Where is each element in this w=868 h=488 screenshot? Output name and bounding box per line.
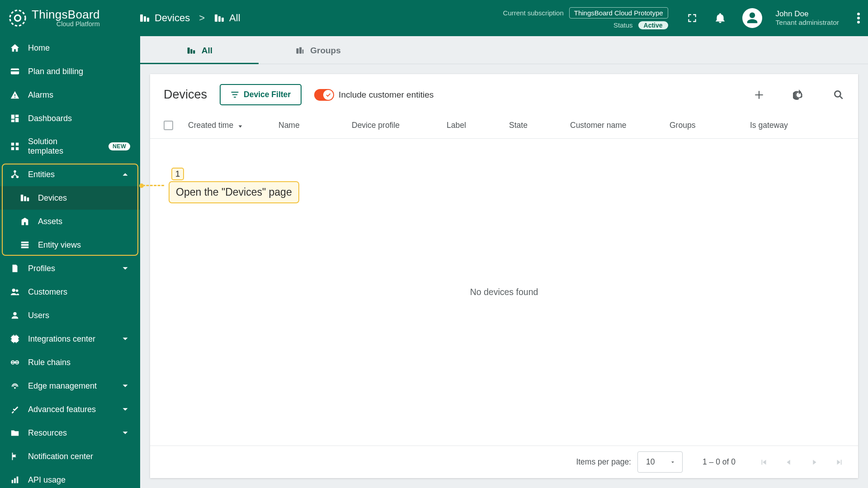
col-gateway[interactable]: Is gateway	[750, 121, 809, 130]
svg-rect-7	[222, 18, 224, 22]
col-groups[interactable]: Groups	[670, 121, 750, 130]
svg-rect-40	[297, 48, 299, 54]
tab-groups[interactable]: Groups	[259, 38, 377, 64]
sidebar-item-edge[interactable]: Edge management	[0, 374, 140, 398]
col-label[interactable]: Label	[447, 121, 509, 130]
sidebar-item-assets[interactable]: Assets	[0, 210, 140, 233]
devices-icon	[186, 46, 196, 55]
logo-block[interactable]: ThingsBoard Cloud Platform	[8, 9, 139, 28]
sidebar-item-customers[interactable]: Customers	[0, 280, 140, 304]
tab-groups-label: Groups	[310, 46, 341, 56]
sidebar-item-api-usage[interactable]: API usage	[0, 468, 140, 488]
sidebar-label: Devices	[38, 193, 67, 203]
svg-point-43	[835, 91, 840, 97]
sidebar-label: Customers	[28, 287, 67, 297]
sidebar-label: Rule chains	[28, 358, 71, 367]
user-name: John Doe	[776, 9, 839, 19]
sidebar-item-integrations[interactable]: Integrations center	[0, 327, 140, 351]
first-page-icon[interactable]	[759, 457, 769, 467]
svg-rect-24	[21, 242, 29, 244]
include-customer-toggle[interactable]	[314, 89, 334, 101]
card-title: Devices	[164, 88, 207, 102]
sidebar-label: Entity views	[38, 240, 81, 250]
sidebar-item-billing[interactable]: Plan and billing	[0, 60, 140, 83]
device-filter-button[interactable]: Device Filter	[220, 84, 302, 105]
svg-rect-11	[15, 115, 19, 117]
sidebar-item-entities[interactable]: Entities	[0, 163, 140, 186]
svg-point-0	[10, 10, 25, 26]
search-icon[interactable]	[833, 89, 844, 101]
sidebar-item-alarms[interactable]: Alarms	[0, 83, 140, 107]
sidebar-item-notifications[interactable]: Notification center	[0, 445, 140, 468]
tree-icon	[10, 169, 20, 179]
sidebar-label: Resources	[28, 428, 67, 438]
col-created-time[interactable]: Created time	[188, 121, 278, 130]
sidebar-item-profiles[interactable]: Profiles	[0, 257, 140, 280]
content-area: All Groups Devices Device Filter Include…	[140, 36, 868, 488]
breadcrumb-all[interactable]: All	[214, 12, 240, 24]
svg-point-27	[12, 289, 15, 292]
customers-icon	[10, 287, 20, 297]
subscription-value[interactable]: ThingsBoard Cloud Prototype	[569, 7, 668, 19]
folder-icon	[10, 428, 20, 438]
refresh-icon[interactable]	[793, 89, 805, 101]
edge-icon	[10, 381, 20, 391]
last-page-icon[interactable]	[835, 457, 844, 467]
sidebar-item-dashboards[interactable]: Dashboards	[0, 107, 140, 130]
next-page-icon[interactable]	[809, 457, 819, 467]
check-icon	[325, 92, 331, 98]
bell-icon[interactable]	[714, 12, 726, 24]
svg-rect-15	[16, 143, 19, 145]
user-role: Tenant administrator	[776, 19, 839, 27]
col-profile[interactable]: Device profile	[352, 121, 447, 130]
table-header: Created time Name Device profile Label S…	[150, 113, 858, 139]
home-icon	[10, 43, 20, 53]
col-name[interactable]: Name	[278, 121, 352, 130]
sidebar-item-solutions[interactable]: Solution templatesNEW	[0, 130, 140, 163]
sidebar-item-devices[interactable]: Devices	[0, 186, 140, 210]
avatar[interactable]	[742, 8, 762, 28]
user-icon	[10, 310, 20, 320]
sidebar-label: Home	[28, 43, 50, 53]
add-icon[interactable]	[753, 89, 765, 101]
svg-rect-39	[193, 50, 195, 54]
breadcrumb-devices[interactable]: Devices	[139, 12, 190, 24]
col-state[interactable]: State	[509, 121, 570, 130]
sidebar-item-rule-chains[interactable]: Rule chains	[0, 351, 140, 374]
select-all-checkbox[interactable]	[164, 121, 173, 130]
svg-rect-17	[16, 147, 19, 150]
svg-rect-42	[302, 50, 304, 54]
user-block: John Doe Tenant administrator	[776, 9, 839, 26]
breadcrumb-all-label: All	[229, 12, 240, 24]
items-per-page-select[interactable]: 10	[637, 451, 683, 473]
sidebar-item-users[interactable]: Users	[0, 304, 140, 327]
svg-rect-25	[21, 244, 29, 246]
brand-subtitle: Cloud Platform	[57, 21, 100, 28]
chevron-up-icon	[120, 169, 130, 179]
chevron-down-icon	[120, 428, 130, 438]
assets-icon	[20, 216, 30, 226]
chart-icon	[10, 475, 20, 485]
svg-rect-16	[11, 147, 14, 150]
chevron-down-icon	[120, 381, 130, 391]
fullscreen-icon[interactable]	[686, 12, 698, 24]
col-customer[interactable]: Customer name	[570, 121, 670, 130]
svg-rect-6	[218, 16, 221, 22]
sidebar-label: Dashboards	[28, 114, 72, 123]
status-label: Status	[613, 21, 633, 29]
sidebar-item-resources[interactable]: Resources	[0, 421, 140, 445]
empty-message: No devices found	[470, 287, 538, 297]
sidebar-label: Notification center	[28, 452, 93, 461]
new-badge: NEW	[108, 142, 130, 150]
svg-rect-35	[14, 478, 16, 483]
sidebar-item-entity-views[interactable]: Entity views	[0, 233, 140, 257]
svg-rect-30	[12, 336, 19, 343]
sidebar-label: API usage	[28, 475, 66, 485]
rulechain-icon	[10, 357, 20, 367]
tab-all[interactable]: All	[140, 38, 259, 64]
sidebar-item-home[interactable]: Home	[0, 36, 140, 60]
prev-page-icon[interactable]	[784, 457, 794, 467]
tab-all-label: All	[202, 46, 212, 56]
more-menu-icon[interactable]	[857, 13, 860, 23]
sidebar-item-advanced[interactable]: Advanced features	[0, 398, 140, 421]
